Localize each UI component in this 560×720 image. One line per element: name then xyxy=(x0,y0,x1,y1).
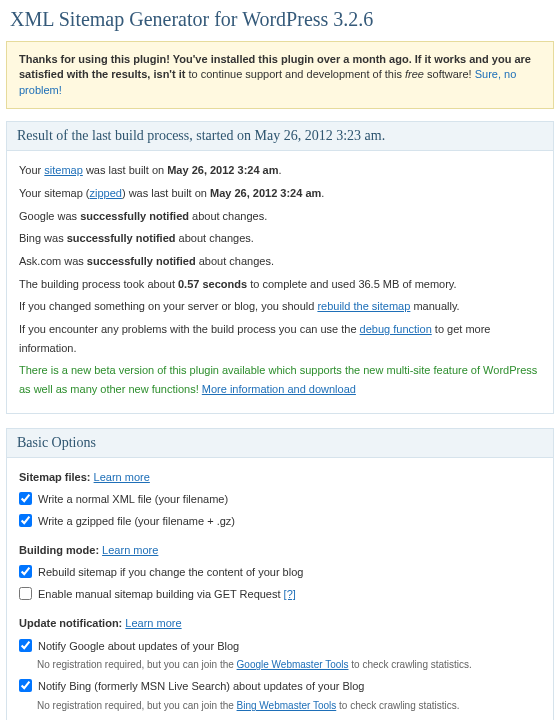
learn-more-update[interactable]: Learn more xyxy=(125,617,181,629)
result-panel: Result of the last build process, starte… xyxy=(6,121,554,414)
debug-function-link[interactable]: debug function xyxy=(360,323,432,335)
checkbox-manual[interactable] xyxy=(19,587,32,600)
checkbox-rebuild[interactable] xyxy=(19,565,32,578)
page-title: XML Sitemap Generator for WordPress 3.2.… xyxy=(0,0,560,41)
checkbox-google[interactable] xyxy=(19,639,32,652)
result-heading: Result of the last build process, starte… xyxy=(7,122,553,151)
checkbox-gzip[interactable] xyxy=(19,514,32,527)
rebuild-sitemap-link[interactable]: rebuild the sitemap xyxy=(317,300,410,312)
building-mode-label: Building mode: Learn more xyxy=(19,541,541,560)
beta-info-link[interactable]: More information and download xyxy=(202,383,356,395)
manual-help-link[interactable]: [?] xyxy=(284,588,296,600)
basic-heading: Basic Options xyxy=(7,429,553,458)
sitemap-link[interactable]: sitemap xyxy=(44,164,83,176)
sitemap-files-label: Sitemap files: Learn more xyxy=(19,468,541,487)
learn-more-building[interactable]: Learn more xyxy=(102,544,158,556)
google-webmaster-link[interactable]: Google Webmaster Tools xyxy=(237,659,349,670)
basic-options-panel: Basic Options Sitemap files: Learn more … xyxy=(6,428,554,720)
bing-webmaster-link[interactable]: Bing Webmaster Tools xyxy=(237,700,337,711)
checkbox-xml[interactable] xyxy=(19,492,32,505)
checkbox-bing[interactable] xyxy=(19,679,32,692)
update-notification-label: Update notification: Learn more xyxy=(19,614,541,633)
donation-banner: Thanks for using this plugin! You've ins… xyxy=(6,41,554,109)
learn-more-files[interactable]: Learn more xyxy=(94,471,150,483)
zipped-link[interactable]: zipped xyxy=(90,187,122,199)
